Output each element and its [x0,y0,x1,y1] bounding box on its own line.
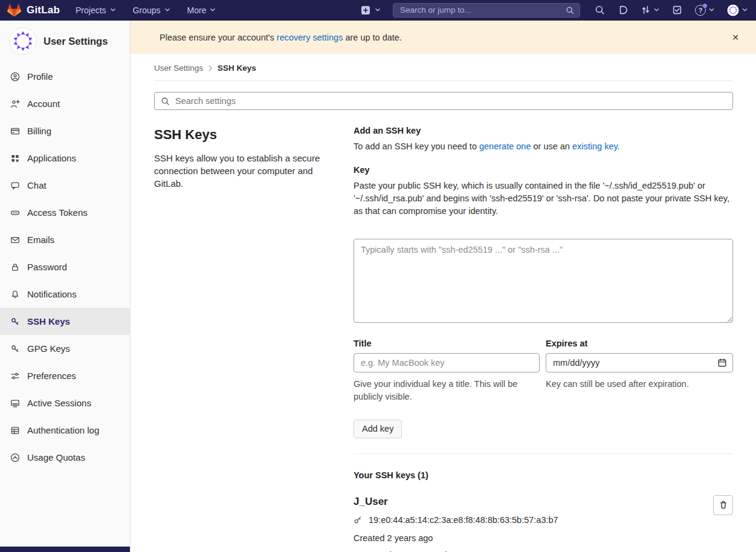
billing-icon [10,126,20,136]
add-ssh-key-intro: To add an SSH key you need to generate o… [354,141,733,151]
title-field-help: Give your individual key a title. This w… [354,378,540,403]
user-menu-button[interactable] [727,4,748,16]
issues-button[interactable] [618,5,628,15]
ssh-key-list-item: J_User 19:e0:44:a5:14:c2:3a:e8:f8:48:8b:… [354,496,733,552]
chevron-right-icon [208,65,212,71]
close-icon: ✕ [732,33,739,42]
sidebar-item-usage-quotas[interactable]: Usage Quotas [0,444,130,471]
sidebar-item-profile[interactable]: Profile [0,63,130,90]
user-avatar [727,4,739,16]
top-navbar: GitLab Projects Groups More [0,0,756,21]
recovery-settings-link[interactable]: recovery settings [277,33,343,42]
log-table-icon [10,426,20,435]
sidebar-item-password[interactable]: Password [0,253,130,281]
key-field-help: Paste your public SSH key, which is usua… [354,180,733,218]
expires-field-group: Expires at Key can still be used after e… [546,339,733,403]
ssh-key-expires: Expires: Never [430,550,488,552]
expires-field-label: Expires at [546,339,733,348]
todos-button[interactable] [672,5,682,15]
gitlab-tanuki-logo-icon [7,4,21,17]
title-input[interactable] [354,353,540,372]
generate-one-link[interactable]: generate one [479,141,531,151]
key-icon [10,344,20,354]
gauge-icon [10,453,20,463]
trash-icon [719,500,728,510]
search-shortcut-button[interactable] [595,5,605,15]
ssh-key-textarea[interactable] [354,239,733,323]
chevron-down-icon [164,8,170,12]
brand-name: GitLab [27,4,60,16]
settings-search-input[interactable] [174,96,726,106]
expires-field-help: Key can still be used after expiration. [546,378,733,391]
sidebar-item-account[interactable]: Account [0,90,130,117]
key-icon [10,317,20,326]
global-search-input[interactable] [399,5,561,15]
account-icon [10,99,20,109]
sliders-icon [10,371,20,381]
search-icon [595,5,605,15]
sidebar-collapse-bar[interactable] [0,547,131,552]
breadcrumb-current: SSH Keys [218,63,256,73]
profile-icon [10,72,20,82]
merge-requests-button[interactable] [641,5,659,15]
chevron-down-icon [654,8,659,12]
key-icon [354,515,363,524]
nav-groups[interactable]: Groups [133,5,170,15]
existing-key-link[interactable]: existing key [572,141,618,151]
monitor-icon [10,398,20,408]
keys-section-divider [354,453,733,454]
add-ssh-key-heading: Add an SSH key [354,126,733,135]
notification-dot [703,4,707,8]
bell-icon [10,290,20,299]
delete-key-button[interactable] [713,495,733,515]
email-icon [10,235,20,245]
calendar-picker-button[interactable] [717,358,727,368]
ssh-key-fingerprint: 19:e0:44:a5:14:c2:3a:e8:f8:48:8b:63:5b:5… [369,515,558,525]
sidebar-item-authentication-log[interactable]: Authentication log [0,417,130,444]
sidebar-item-preferences[interactable]: Preferences [0,362,130,389]
add-key-button[interactable]: Add key [354,420,402,438]
title-field-label: Title [354,339,540,348]
sidebar-item-active-sessions[interactable]: Active Sessions [0,389,130,417]
access-tokens-icon [10,208,20,218]
chevron-down-icon [110,8,116,12]
sidebar-item-applications[interactable]: Applications [0,144,130,172]
sidebar-item-billing[interactable]: Billing [0,117,130,144]
title-field-group: Title Give your individual key a title. … [354,339,540,403]
chevron-down-icon [375,8,381,12]
ssh-key-name: J_User [354,496,704,508]
sidebar-item-chat[interactable]: Chat [0,172,130,199]
breadcrumb-user-settings[interactable]: User Settings [154,63,203,73]
global-search-box[interactable] [393,3,580,18]
section-description-column: SSH Keys SSH keys allow you to establish… [154,122,329,552]
sidebar-item-ssh-keys[interactable]: SSH Keys [0,308,130,335]
gitlab-home-link[interactable]: GitLab [7,4,60,17]
your-ssh-keys-heading: Your SSH keys (1) [354,470,733,480]
chevron-down-icon [709,8,714,12]
alert-close-button[interactable]: ✕ [728,30,743,45]
sidebar-header: User Settings [0,21,130,63]
plus-square-icon [361,5,370,15]
settings-search-box[interactable] [154,92,733,110]
expires-date-input[interactable] [546,353,733,372]
nav-projects[interactable]: Projects [76,5,116,15]
nav-more[interactable]: More [187,5,216,15]
chevron-down-icon [742,8,748,12]
sidebar-item-notifications[interactable]: Notifications [0,281,130,308]
help-menu-button[interactable]: ? [695,5,714,16]
issues-icon [618,5,628,15]
sidebar-item-gpg-keys[interactable]: GPG Keys [0,335,130,362]
ssh-key-last-used: Last used: Never [354,550,420,552]
new-menu-button[interactable] [361,5,381,15]
ssh-key-meta: Last used: Never Expires: Never [354,550,704,552]
sidebar-item-emails[interactable]: Emails [0,226,130,253]
ssh-key-created: Created 2 years ago [354,533,704,543]
lock-icon [10,262,20,272]
chat-icon [10,181,20,190]
sidebar-menu: Profile Account Billing Applications Cha… [0,63,130,471]
chevron-down-icon [210,8,216,12]
page-title: SSH Keys [154,127,329,143]
sidebar-title: User Settings [44,36,108,47]
sidebar-item-access-tokens[interactable]: Access Tokens [0,199,130,226]
breadcrumb: User Settings SSH Keys [154,54,733,81]
